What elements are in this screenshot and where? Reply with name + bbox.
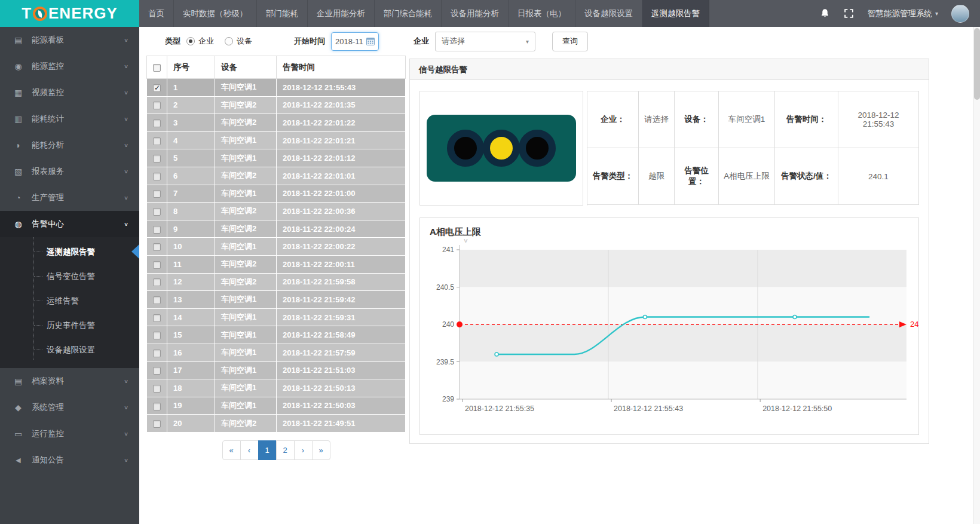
sidebar-item-能源看板[interactable]: ▤能源看板∨ (0, 27, 139, 53)
row-checkbox-cell (147, 79, 167, 97)
row-time-cell: 2018-11-22 22:00:24 (277, 220, 406, 238)
sidebar-item-生产管理[interactable]: ◔生产管理∨ (0, 185, 139, 211)
row-checkbox[interactable] (153, 350, 161, 357)
row-checkbox[interactable] (153, 385, 161, 393)
page-button-«[interactable]: « (222, 440, 241, 460)
enterprise-select[interactable]: 请选择 ▾ (435, 32, 535, 51)
sidebar-item-运行监控[interactable]: ▭运行监控∨ (0, 421, 139, 447)
sidebar-subitem-设备越限设置[interactable]: 设备越限设置 (0, 338, 139, 362)
row-device-cell: 车间空调1 (215, 238, 277, 256)
table-row[interactable]: 15车间空调12018-11-22 21:58:49 (147, 326, 406, 344)
sidebar-item-告警中心[interactable]: ◍告警中心∨ (0, 211, 139, 237)
row-checkbox[interactable] (153, 137, 161, 145)
fullscreen-icon[interactable] (844, 8, 855, 19)
type-radio-设备[interactable]: 设备 (225, 36, 252, 47)
table-row[interactable]: 12车间空调22018-11-22 21:59:58 (147, 273, 406, 291)
table-row[interactable]: 11车间空调22018-11-22 22:00:11 (147, 255, 406, 273)
row-checkbox[interactable] (153, 332, 161, 339)
row-time-cell: 2018-11-22 21:59:42 (277, 291, 406, 309)
sidebar-subitem-遥测越限告警[interactable]: 遥测越限告警 (0, 240, 139, 264)
row-checkbox[interactable] (153, 190, 161, 198)
select-all-checkbox[interactable] (153, 64, 161, 72)
table-row[interactable]: 14车间空调12018-11-22 21:59:31 (147, 308, 406, 326)
sidebar-item-label: 生产管理 (32, 192, 124, 203)
nav-item-企业用能分析[interactable]: 企业用能分析 (308, 0, 375, 27)
page-button-‹[interactable]: ‹ (240, 440, 259, 460)
alarm-info-table: 企业：请选择设备：车间空调1告警时间：2018-12-12 21:55:43告警… (587, 91, 919, 206)
nav-item-日报表（电）[interactable]: 日报表（电） (509, 0, 575, 27)
sidebar-item-系统管理[interactable]: ◆系统管理∨ (0, 394, 139, 421)
row-checkbox-checked[interactable] (153, 84, 161, 92)
radio-unselected-icon (225, 37, 233, 45)
bell-icon[interactable] (820, 8, 831, 19)
row-checkbox[interactable] (153, 261, 161, 269)
chart-card: A相电压上限 V241240.5240239.52392018-12-12 21… (419, 217, 919, 435)
row-checkbox[interactable] (153, 403, 161, 410)
row-checkbox[interactable] (153, 367, 161, 375)
query-button[interactable]: 查询 (552, 32, 588, 51)
row-checkbox[interactable] (153, 102, 161, 109)
nav-item-设备越限设置[interactable]: 设备越限设置 (575, 0, 642, 27)
row-checkbox[interactable] (153, 296, 161, 304)
start-time-input[interactable]: 2018-11 (331, 32, 379, 51)
row-checkbox[interactable] (153, 420, 161, 428)
system-title-dropdown[interactable]: 智慧能源管理系统 ▾ (868, 8, 938, 19)
sidebar-item-能耗统计[interactable]: ▥能耗统计∨ (0, 106, 139, 132)
page-button-»[interactable]: » (312, 440, 330, 460)
table-row[interactable]: 18车间空调12018-11-22 21:50:13 (147, 379, 406, 397)
table-row[interactable]: 10车间空调12018-11-22 22:00:22 (147, 238, 406, 256)
nav-item-部门综合能耗[interactable]: 部门综合能耗 (375, 0, 442, 27)
table-row[interactable]: 20车间空调22018-11-22 21:49:51 (147, 415, 406, 433)
svg-text:240: 240 (442, 320, 454, 329)
row-checkbox[interactable] (153, 314, 161, 322)
sidebar-item-通知公告[interactable]: ◄通知公告∨ (0, 447, 139, 473)
row-checkbox[interactable] (153, 208, 161, 216)
sidebar-item-视频监控[interactable]: ▦视频监控∨ (0, 79, 139, 106)
table-row[interactable]: 6车间空调22018-11-22 22:01:01 (147, 167, 406, 185)
sidebar-subitem-运维告警[interactable]: 运维告警 (0, 289, 139, 313)
table-row[interactable]: 5车间空调12018-11-22 22:01:12 (147, 149, 406, 167)
table-row[interactable]: 13车间空调12018-11-22 21:59:42 (147, 291, 406, 309)
row-checkbox-cell (147, 273, 167, 291)
table-row[interactable]: 7车间空调12018-11-22 22:01:00 (147, 185, 406, 203)
wrench-icon: ◆ (13, 403, 23, 412)
page-button-›[interactable]: › (294, 440, 313, 460)
table-row[interactable]: 17车间空调12018-11-22 21:51:03 (147, 361, 406, 379)
leaf-icon: ◗ (13, 140, 23, 150)
row-device-cell: 车间空调2 (215, 96, 277, 114)
table-row[interactable]: 8车间空调22018-11-22 22:00:36 (147, 203, 406, 220)
nav-item-实时数据（秒级）[interactable]: 实时数据（秒级） (174, 0, 257, 27)
row-checkbox[interactable] (153, 173, 161, 180)
nav-item-部门能耗[interactable]: 部门能耗 (257, 0, 308, 27)
row-checkbox-cell (147, 96, 167, 114)
svg-text:239.5: 239.5 (436, 358, 454, 366)
sidebar-item-能耗分析[interactable]: ◗能耗分析∨ (0, 132, 139, 158)
sidebar-subitem-信号变位告警[interactable]: 信号变位告警 (0, 264, 139, 289)
table-row[interactable]: 1车间空调12018-12-12 21:55:43 (147, 79, 406, 97)
scrollbar-thumb[interactable] (974, 28, 980, 100)
table-row[interactable]: 9车间空调22018-11-22 22:00:24 (147, 220, 406, 238)
page-button-2[interactable]: 2 (276, 440, 295, 460)
user-avatar[interactable] (951, 5, 969, 23)
nav-item-设备用能分析[interactable]: 设备用能分析 (442, 0, 509, 27)
table-row[interactable]: 19车间空调12018-11-22 21:50:03 (147, 397, 406, 415)
sidebar-item-报表服务[interactable]: ▧报表服务∨ (0, 158, 139, 185)
sidebar-item-能源监控[interactable]: ◉能源监控∨ (0, 53, 139, 79)
type-radio-企业[interactable]: 企业 (186, 36, 214, 47)
row-checkbox[interactable] (153, 119, 161, 127)
nav-item-首页[interactable]: 首页 (139, 0, 174, 27)
row-checkbox[interactable] (153, 243, 161, 251)
table-row[interactable]: 3车间空调22018-11-22 22:01:22 (147, 114, 406, 132)
row-checkbox[interactable] (153, 155, 161, 163)
camera-icon: ◉ (13, 62, 23, 71)
sidebar-item-档案资料[interactable]: ▤档案资料∨ (0, 368, 139, 394)
page-button-1[interactable]: 1 (258, 440, 277, 460)
sidebar-subitem-历史事件告警[interactable]: 历史事件告警 (0, 313, 139, 338)
row-checkbox[interactable] (153, 226, 161, 234)
table-row[interactable]: 2车间空调22018-11-22 22:01:35 (147, 96, 406, 114)
row-checkbox[interactable] (153, 278, 161, 286)
table-row[interactable]: 16车间空调12018-11-22 21:57:59 (147, 344, 406, 361)
nav-item-遥测越限告警[interactable]: 遥测越限告警 (642, 0, 709, 27)
calendar-icon[interactable] (366, 37, 375, 45)
table-row[interactable]: 4车间空调12018-11-22 22:01:21 (147, 131, 406, 149)
